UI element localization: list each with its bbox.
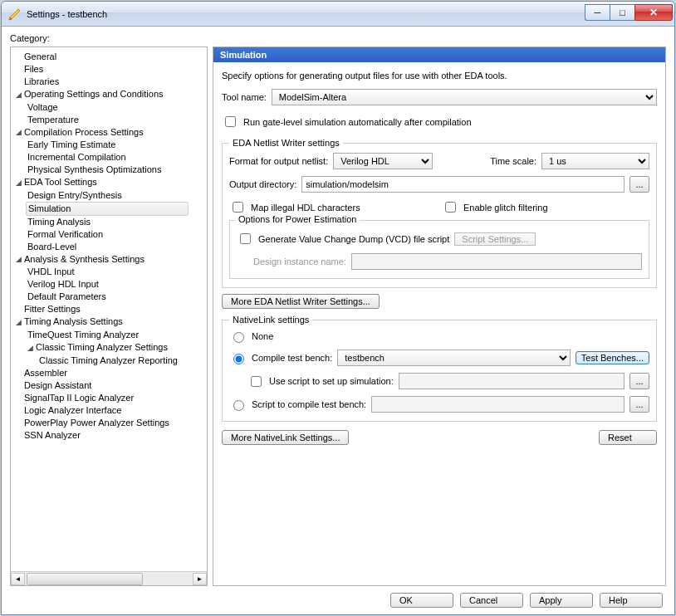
script-settings-button[interactable]: Script Settings... <box>454 232 536 246</box>
radio-script-label: Script to compile test bench: <box>252 399 366 409</box>
generate-vcd-label: Generate Value Change Dump (VCD) file sc… <box>258 234 449 244</box>
tree-timequest[interactable]: TimeQuest Timing Analyzer <box>26 330 140 340</box>
scroll-right-icon[interactable]: ► <box>193 573 207 585</box>
tree-compilation[interactable]: Compilation Process Settings <box>22 127 145 137</box>
tree-operating[interactable]: Operating Settings and Conditions <box>22 89 165 99</box>
enable-glitch-checkbox[interactable] <box>445 202 456 213</box>
tree-assembler[interactable]: Assembler <box>22 368 69 378</box>
scroll-thumb[interactable] <box>27 573 143 585</box>
titlebar[interactable]: Settings - testbench ─ □ ✕ <box>2 2 674 27</box>
generate-vcd-checkbox[interactable] <box>240 233 251 244</box>
window-controls: ─ □ ✕ <box>585 7 673 21</box>
tree-expand-icon[interactable]: ◢ <box>14 89 22 101</box>
tree-expand-icon[interactable]: ◢ <box>14 253 22 266</box>
nativelink-legend: NativeLink settings <box>229 315 312 325</box>
tree-expand-icon[interactable]: ◢ <box>14 316 22 329</box>
reset-button[interactable]: Reset <box>599 430 657 445</box>
tree-incremental[interactable]: Incremental Compilation <box>26 152 128 162</box>
radio-compile-label: Compile test bench: <box>252 353 332 363</box>
eda-netlist-legend: EDA Netlist Writer settings <box>229 138 343 148</box>
tree-horizontal-scrollbar[interactable]: ◄ ► <box>11 571 207 585</box>
map-illegal-label: Map illegal HDL characters <box>251 203 360 213</box>
tree-signaltap[interactable]: SignalTap II Logic Analyzer <box>22 393 135 403</box>
more-eda-settings-button[interactable]: More EDA Netlist Writer Settings... <box>222 294 380 309</box>
radio-compile-testbench[interactable] <box>233 354 244 364</box>
timescale-label: Time scale: <box>490 156 536 166</box>
power-estimation-group: Options for Power Estimation Generate Va… <box>229 220 649 279</box>
tree-early-timing[interactable]: Early Timing Estimate <box>26 139 117 149</box>
tree-board-level[interactable]: Board-Level <box>26 242 78 252</box>
scroll-left-icon[interactable]: ◄ <box>11 573 25 585</box>
script-compile-browse-button[interactable]: ... <box>629 396 649 413</box>
maximize-button[interactable]: □ <box>610 4 634 21</box>
tree-libraries[interactable]: Libraries <box>22 76 61 86</box>
design-instance-label: Design instance name: <box>237 257 346 266</box>
tree-classic-reporting[interactable]: Classic Timing Analyzer Reporting <box>37 355 179 365</box>
testbench-select[interactable]: testbench <box>337 350 571 366</box>
eda-netlist-group: EDA Netlist Writer settings Format for o… <box>222 138 657 288</box>
ok-button[interactable]: OK <box>390 593 453 608</box>
tree-formal-verification[interactable]: Formal Verification <box>26 229 105 239</box>
tool-name-select[interactable]: ModelSim-Altera <box>272 89 657 105</box>
tree-expand-icon[interactable]: ◢ <box>26 342 34 354</box>
tree-ssn[interactable]: SSN Analyzer <box>22 430 82 440</box>
tree-voltage[interactable]: Voltage <box>26 102 60 112</box>
output-dir-input[interactable] <box>301 176 625 193</box>
enable-glitch-label: Enable glitch filtering <box>463 203 548 213</box>
tree-files[interactable]: Files <box>22 64 45 74</box>
content-area: Category: General Files Libraries ◢Opera… <box>2 27 674 614</box>
tree-timing-analysis[interactable]: Timing Analysis <box>26 217 92 227</box>
tree-logic-analyzer[interactable]: Logic Analyzer Interface <box>22 405 123 415</box>
script-compile-input <box>371 396 625 413</box>
tree-temperature[interactable]: Temperature <box>26 115 81 125</box>
minimize-button[interactable]: ─ <box>585 4 610 21</box>
settings-window: Settings - testbench ─ □ ✕ Category: Gen… <box>1 1 675 615</box>
tree-timing-settings[interactable]: Timing Analysis Settings <box>22 316 125 326</box>
design-instance-input <box>351 253 642 270</box>
tree-general[interactable]: General <box>22 51 58 61</box>
tree-simulation[interactable]: Simulation <box>26 202 189 216</box>
tree-vhdl-input[interactable]: VHDL Input <box>26 266 76 276</box>
radio-script-compile[interactable] <box>233 400 244 411</box>
apply-button[interactable]: Apply <box>530 593 593 608</box>
format-label: Format for output netlist: <box>229 156 328 166</box>
output-dir-browse-button[interactable]: ... <box>629 176 649 193</box>
use-script-browse-button[interactable]: ... <box>629 373 649 389</box>
nativelink-group: NativeLink settings None Compile test be… <box>222 315 657 422</box>
tree-physical-synth[interactable]: Physical Synthesis Optimizations <box>26 164 163 174</box>
radio-none-label: None <box>252 331 273 341</box>
pane-title: Simulation <box>213 47 665 62</box>
tree-powerplay[interactable]: PowerPlay Power Analyzer Settings <box>22 418 171 428</box>
format-select[interactable]: Verilog HDL <box>333 153 433 169</box>
map-illegal-checkbox[interactable] <box>233 202 243 213</box>
settings-pane: Simulation Specify options for generatin… <box>213 46 666 586</box>
tree-eda-tool[interactable]: EDA Tool Settings <box>22 177 99 187</box>
use-script-input <box>399 373 625 389</box>
tree-classic-timing[interactable]: Classic Timing Analyzer Settings <box>34 342 169 352</box>
timescale-select[interactable]: 1 us <box>541 153 649 169</box>
category-label: Category: <box>10 33 666 43</box>
help-button[interactable]: Help <box>600 593 663 608</box>
more-nativelink-button[interactable]: More NativeLink Settings... <box>222 430 349 445</box>
tree-default-params[interactable]: Default Parameters <box>26 291 108 301</box>
tree-analysis-synth[interactable]: Analysis & Synthesis Settings <box>22 254 146 264</box>
power-estimation-legend: Options for Power Estimation <box>235 214 360 224</box>
app-icon <box>8 7 22 21</box>
category-tree[interactable]: General Files Libraries ◢Operating Setti… <box>11 47 207 571</box>
use-script-checkbox[interactable] <box>251 376 262 387</box>
tree-expand-icon[interactable]: ◢ <box>14 126 22 139</box>
cancel-button[interactable]: Cancel <box>460 593 523 608</box>
tool-name-label: Tool name: <box>222 92 267 102</box>
close-button[interactable]: ✕ <box>634 4 673 21</box>
tree-expand-icon[interactable]: ◢ <box>14 177 22 189</box>
radio-none[interactable] <box>233 332 244 343</box>
dialog-buttons: OK Cancel Apply Help <box>10 586 666 608</box>
use-script-label: Use script to set up simulation: <box>269 376 394 386</box>
window-title: Settings - testbench <box>27 9 585 19</box>
tree-verilog-input[interactable]: Verilog HDL Input <box>26 279 100 289</box>
test-benches-button[interactable]: Test Benches... <box>576 351 649 364</box>
tree-fitter[interactable]: Fitter Settings <box>22 304 82 314</box>
tree-design-entry[interactable]: Design Entry/Synthesis <box>26 190 124 200</box>
run-gate-level-checkbox[interactable] <box>225 116 236 127</box>
tree-design-assistant[interactable]: Design Assistant <box>22 380 93 390</box>
